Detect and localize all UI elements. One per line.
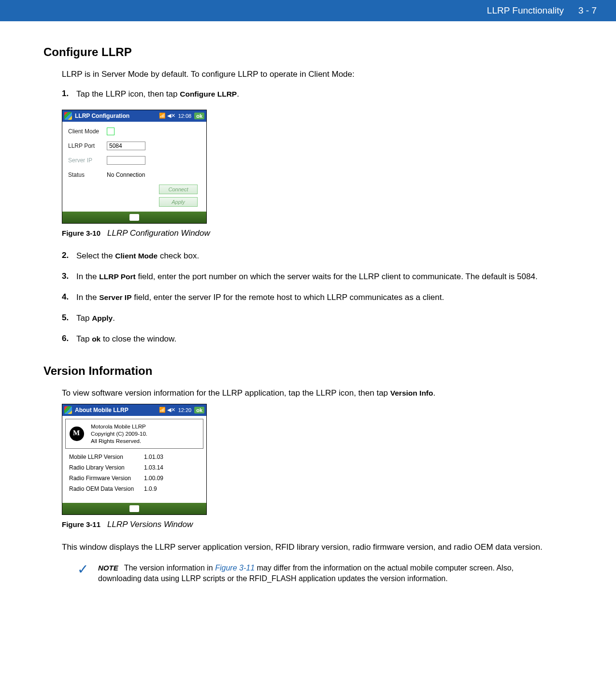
step-number: 6. bbox=[62, 334, 76, 345]
step-4: In the Server IP field, enter the server… bbox=[76, 292, 544, 303]
header-title: LLRP Functionality bbox=[487, 5, 564, 16]
version-row: Radio Firmware Version1.00.09 bbox=[62, 473, 206, 484]
status-value: No Connection bbox=[107, 171, 145, 178]
note-block: ✓ NOTEThe version information in Figure … bbox=[77, 563, 544, 584]
llrp-port-input[interactable]: 5084 bbox=[107, 142, 145, 150]
figure-llrp-config-window: LLRP Configuration 📶 ◀✕ 12:08 ok Client … bbox=[62, 110, 207, 224]
ui-ref: ok bbox=[92, 335, 100, 343]
window-title: LLRP Configuration bbox=[75, 113, 129, 119]
client-mode-checkbox[interactable] bbox=[107, 128, 115, 135]
step-number: 5. bbox=[62, 313, 76, 324]
ui-ref: LLRP Port bbox=[99, 272, 136, 281]
step-3: In the LLRP Port field, enter the port n… bbox=[76, 271, 544, 283]
header-page-number: 3 - 7 bbox=[578, 5, 597, 16]
clock: 12:20 bbox=[178, 407, 192, 413]
ui-ref: Configure LLRP bbox=[180, 90, 237, 98]
figure-llrp-versions-window: About Mobile LLRP 📶 ◀✕ 12:20 ok Motorola… bbox=[62, 404, 207, 515]
signal-icon: 📶 ◀✕ bbox=[159, 113, 175, 119]
titlebar: LLRP Configuration 📶 ◀✕ 12:08 ok bbox=[62, 110, 206, 122]
about-box: Motorola Mobile LLRP Copyright (C) 2009-… bbox=[65, 419, 203, 449]
figure-reference-link[interactable]: Figure 3-11 bbox=[215, 564, 255, 572]
window-title: About Mobile LLRP bbox=[75, 407, 129, 413]
ui-ref: Server IP bbox=[99, 293, 131, 301]
figure-caption: Figure 3-10LLRP Configuration Window bbox=[62, 228, 544, 238]
keyboard-icon[interactable] bbox=[129, 505, 139, 512]
step-6: Tap ok to close the window. bbox=[76, 334, 544, 345]
server-ip-input[interactable] bbox=[107, 156, 145, 165]
signal-icon: 📶 ◀✕ bbox=[159, 407, 175, 413]
windows-flag-icon bbox=[64, 406, 72, 414]
version-row: Mobile LLRP Version1.01.03 bbox=[62, 452, 206, 462]
label-llrp-port: LLRP Port bbox=[68, 142, 107, 149]
ui-ref: Version Info bbox=[390, 389, 433, 397]
page-header: LLRP Functionality 3 - 7 bbox=[0, 0, 616, 21]
connect-button[interactable]: Connect bbox=[159, 185, 198, 194]
step-number: 3. bbox=[62, 271, 76, 283]
intro-text: LLRP is in Server Mode by default. To co… bbox=[62, 70, 544, 79]
titlebar: About Mobile LLRP 📶 ◀✕ 12:20 ok bbox=[62, 404, 206, 416]
note-label: NOTE bbox=[98, 564, 118, 572]
label-client-mode: Client Mode bbox=[68, 128, 107, 135]
heading-configure-llrp: Configure LLRP bbox=[43, 45, 544, 59]
version-intro: To view software version information for… bbox=[62, 388, 544, 398]
step-number: 2. bbox=[62, 251, 76, 262]
windows-flag-icon bbox=[64, 112, 72, 120]
checkmark-icon: ✓ bbox=[77, 563, 88, 576]
label-status: Status bbox=[68, 171, 107, 178]
ok-button[interactable]: ok bbox=[194, 407, 204, 413]
heading-version-info: Version Information bbox=[43, 364, 544, 378]
bottom-bar bbox=[62, 212, 206, 223]
label-server-ip: Server IP bbox=[68, 157, 107, 164]
ok-button[interactable]: ok bbox=[194, 113, 204, 119]
step-5: Tap Apply. bbox=[76, 313, 544, 324]
figure-caption: Figure 3-11LLRP Versions Window bbox=[62, 520, 544, 529]
motorola-logo-icon bbox=[70, 427, 84, 441]
ui-ref: Apply bbox=[92, 314, 113, 322]
version-paragraph: This window displays the LLRP server app… bbox=[62, 542, 544, 553]
bottom-bar bbox=[62, 503, 206, 514]
step-2: Select the Client Mode check box. bbox=[76, 251, 544, 262]
version-row: Radio OEM Data Version1.0.9 bbox=[62, 484, 206, 494]
step-1: Tap the LLRP icon, then tap Configure LL… bbox=[76, 89, 544, 100]
clock: 12:08 bbox=[178, 113, 192, 119]
version-row: Radio Library Version1.03.14 bbox=[62, 462, 206, 473]
step-number: 4. bbox=[62, 292, 76, 303]
step-number: 1. bbox=[62, 89, 76, 100]
apply-button[interactable]: Apply bbox=[159, 197, 198, 207]
keyboard-icon[interactable] bbox=[129, 214, 139, 221]
ui-ref: Client Mode bbox=[115, 252, 158, 260]
